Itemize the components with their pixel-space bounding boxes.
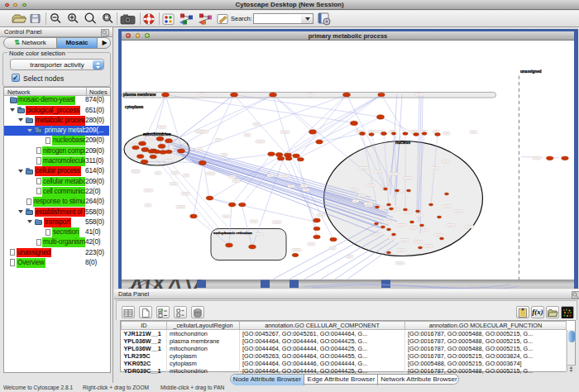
svg-text:unassigned: unassigned (520, 69, 542, 73)
svg-text:cytoplasm: cytoplasm (125, 104, 143, 108)
svg-text:plasma membrane: plasma membrane (123, 93, 156, 97)
svg-text:mitochondrion: mitochondrion (143, 132, 171, 136)
svg-text:nucleus: nucleus (395, 140, 410, 144)
svg-text:endoplasmic reticulum: endoplasmic reticulum (213, 231, 252, 235)
